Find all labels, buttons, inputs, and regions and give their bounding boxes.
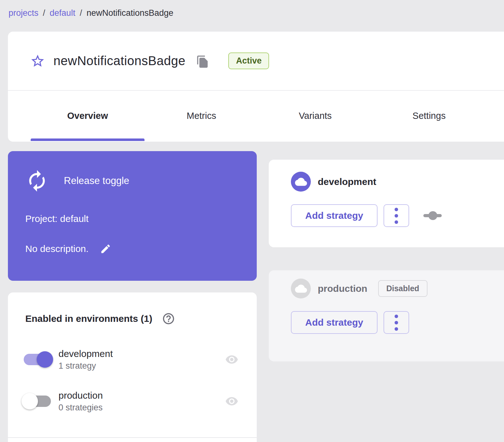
env-row-production: production 0 strategies [8,386,257,416]
tab-variants-label: Variants [299,111,332,121]
env-strategy-count: 0 strategies [58,403,103,413]
panel-actions: Add strategy [291,204,504,227]
feature-summary-card: Release toggle Project: default No descr… [8,151,257,281]
breadcrumb-separator: / [43,8,46,18]
add-strategy-button[interactable]: Add strategy [291,204,378,227]
breadcrumb-link-projects[interactable]: projects [9,8,39,18]
production-toggle[interactable] [24,396,51,407]
cloud-icon [291,172,311,192]
description-row: No description. [25,243,239,255]
feature-header-card: newNotificationsBadge Active Overview Me… [8,32,504,142]
env-row-development: development 1 strategy [8,344,257,375]
favorite-button[interactable] [30,53,45,69]
page-title: newNotificationsBadge [53,54,185,68]
eye-icon [225,353,238,366]
production-strategies-panel: production Disabled Add strategy [269,270,504,361]
copy-icon [196,55,209,68]
panel-env-name: production [318,283,367,294]
env-name: development [58,348,113,359]
help-icon [162,312,175,325]
tab-bar: Overview Metrics Variants Settings [8,91,504,141]
tab-variants[interactable]: Variants [258,91,372,141]
breadcrumb-link-default[interactable]: default [50,8,75,18]
project-label: Project: default [25,213,239,224]
pencil-icon [100,243,111,255]
cloud-icon [291,279,311,298]
panel-env-name: development [318,176,376,187]
active-tab-indicator [31,138,144,141]
tab-metrics-label: Metrics [187,111,216,121]
env-labels: development 1 strategy [58,348,113,371]
development-toggle[interactable] [24,354,51,365]
visibility-button[interactable] [225,353,238,366]
environment-menu-button[interactable] [384,204,409,227]
edit-description-button[interactable] [100,243,111,255]
visibility-button[interactable] [225,395,238,408]
breadcrumb-current: newNotificationsBadge [87,8,174,18]
environment-menu-button[interactable] [384,311,409,334]
development-strategies-panel: development Add strategy [269,160,504,247]
rollout-slider-icon [423,211,442,220]
panel-header: production Disabled [291,270,504,298]
star-icon [30,53,45,69]
breadcrumb: projects / default / newNotificationsBad… [9,8,173,18]
tab-overview[interactable]: Overview [31,91,144,141]
env-strategy-count: 1 strategy [58,361,113,371]
breadcrumb-separator: / [80,8,82,18]
env-labels: production 0 strategies [58,390,103,413]
eye-icon [225,395,238,408]
autorenew-icon [25,169,49,193]
enabled-environments-card: Enabled in environments (1) development … [8,292,257,442]
copy-name-button[interactable] [196,55,209,68]
kebab-icon [395,315,398,331]
panel-actions: Add strategy [291,311,504,334]
status-badge: Active [228,52,269,69]
help-button[interactable] [162,312,175,325]
card-divider [8,437,257,438]
toggle-type-row: Release toggle [25,169,239,193]
tab-settings-label: Settings [413,111,446,121]
feature-title-row: newNotificationsBadge Active [8,32,504,91]
toggle-type-label: Release toggle [64,175,129,187]
add-strategy-button[interactable]: Add strategy [291,311,378,334]
toggle-knob [22,393,38,409]
panel-header: development [291,160,504,192]
tab-settings[interactable]: Settings [372,91,486,141]
description-text: No description. [25,243,89,254]
tab-overview-label: Overview [67,111,108,121]
env-heading-row: Enabled in environments (1) [8,292,257,325]
tab-metrics[interactable]: Metrics [144,91,258,141]
kebab-icon [395,208,398,224]
env-name: production [58,390,103,401]
env-card-heading: Enabled in environments (1) [25,313,152,324]
toggle-knob [37,351,53,368]
disabled-badge: Disabled [378,280,427,297]
